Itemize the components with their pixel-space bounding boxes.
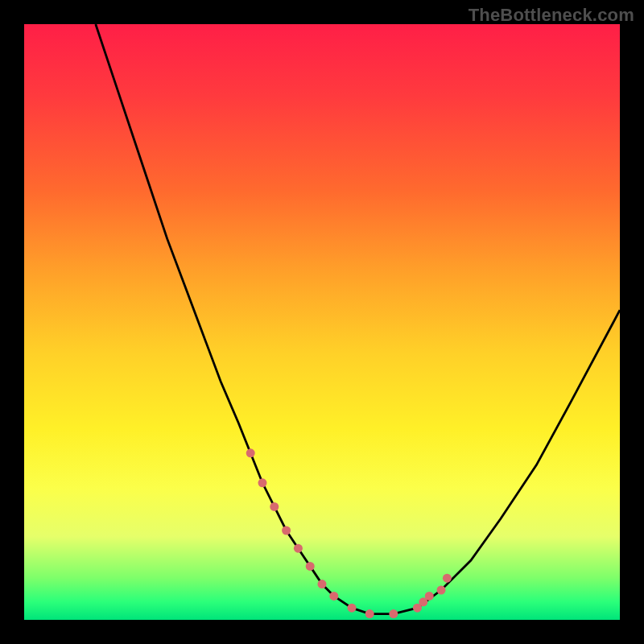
chart-svg	[24, 24, 620, 620]
marker-point	[329, 592, 338, 601]
marker-point	[282, 526, 291, 535]
marker-point	[306, 562, 315, 571]
bottleneck-curve	[96, 24, 620, 614]
marker-point	[246, 448, 255, 457]
plot-area	[24, 24, 620, 620]
marker-point	[365, 609, 374, 618]
marker-point	[348, 604, 357, 613]
marker-point	[425, 592, 434, 601]
chart-frame: TheBottleneck.com	[0, 0, 644, 644]
marker-point	[294, 544, 303, 553]
marker-point	[270, 502, 279, 511]
marker-point	[318, 580, 327, 588]
marker-point	[258, 478, 267, 487]
marker-point	[389, 609, 398, 618]
marker-point	[437, 586, 446, 595]
marker-point	[443, 574, 452, 583]
marker-group	[246, 448, 452, 618]
watermark-text: TheBottleneck.com	[469, 5, 634, 26]
